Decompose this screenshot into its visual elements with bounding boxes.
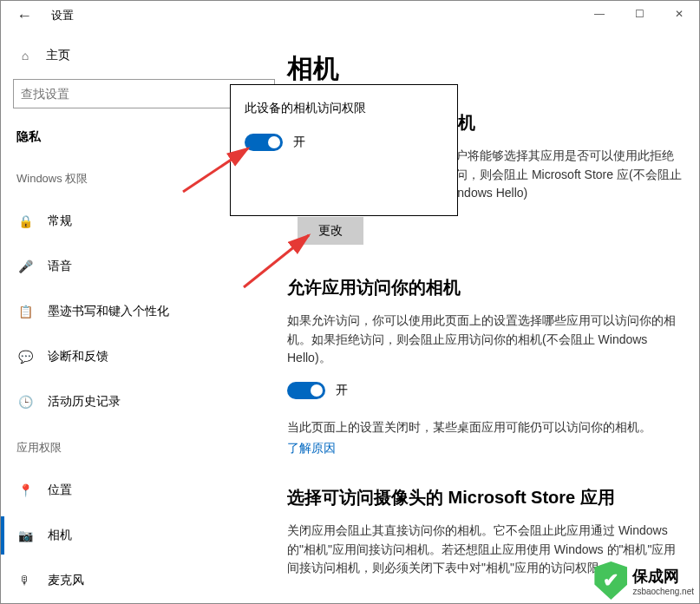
section3-title: 选择可访问摄像头的 Microsoft Store 应用 [287, 486, 684, 509]
search-input[interactable] [21, 87, 252, 101]
home-nav[interactable]: ⌂ 主页 [16, 48, 271, 63]
nav-location[interactable]: 📍 位置 [13, 471, 275, 509]
watermark: ✔ 保成网 zsbaocheng.net [594, 561, 694, 600]
device-camera-toggle-label: 开 [293, 135, 305, 150]
nav-activity-history[interactable]: 🕒 活动历史记录 [13, 383, 275, 421]
close-button[interactable]: ✕ [659, 1, 699, 27]
nav-label: 墨迹书写和键入个性化 [48, 304, 169, 319]
watermark-text: 保成网 zsbaocheng.net [632, 566, 694, 596]
nav-label: 诊断和反馈 [48, 349, 108, 364]
nav-label: 麦克风 [48, 573, 84, 588]
speech-icon: 🎤 [16, 259, 34, 273]
section2-title: 允许应用访问你的相机 [287, 276, 684, 299]
settings-window: ← 设置 — ☐ ✕ ⌂ 主页 🔍 隐私 Windows 权限 🔒 常规 [0, 0, 700, 604]
watermark-name: 保成网 [632, 566, 694, 587]
location-icon: 📍 [16, 483, 34, 497]
learn-more-link[interactable]: 了解原因 [287, 441, 684, 456]
section2-desc: 如果允许访问，你可以使用此页面上的设置选择哪些应用可以访问你的相机。如果拒绝访问… [287, 312, 684, 368]
device-camera-toggle-row: 开 [245, 134, 443, 151]
allow-apps-toggle-row: 开 [287, 382, 684, 399]
lock-icon: 🔒 [16, 214, 34, 228]
camera-access-dialog: 此设备的相机访问权限 开 [230, 84, 458, 216]
page-title: 相机 [287, 51, 684, 87]
ink-icon: 📋 [16, 305, 34, 318]
nav-inking[interactable]: 📋 墨迹书写和键入个性化 [13, 292, 275, 331]
feedback-icon: 💬 [16, 350, 34, 364]
dialog-title: 此设备的相机访问权限 [245, 101, 443, 116]
window-title: 设置 [51, 8, 74, 23]
section-app-permissions: 应用权限 [16, 440, 271, 456]
device-camera-toggle[interactable] [245, 134, 283, 151]
toggle-note: 当此页面上的设置关闭时，某些桌面应用可能仍可以访问你的相机。 [287, 418, 684, 437]
home-icon: ⌂ [16, 49, 34, 62]
nav-camera[interactable]: 📷 相机 [13, 516, 275, 555]
nav-speech[interactable]: 🎤 语音 [13, 247, 275, 286]
change-button[interactable]: 更改 [298, 217, 363, 245]
back-button[interactable]: ← [16, 7, 37, 25]
nav-diagnostics[interactable]: 💬 诊断和反馈 [13, 338, 275, 376]
nav-label: 活动历史记录 [48, 394, 121, 410]
nav-label: 相机 [48, 528, 72, 543]
nav-microphone[interactable]: 🎙 麦克风 [13, 561, 275, 600]
allow-apps-toggle-label: 开 [336, 383, 348, 398]
nav-label: 语音 [48, 259, 72, 274]
window-controls: — ☐ ✕ [579, 1, 699, 27]
watermark-url: zsbaocheng.net [632, 587, 694, 596]
minimize-button[interactable]: — [579, 1, 619, 27]
history-icon: 🕒 [16, 395, 34, 409]
camera-icon: 📷 [16, 528, 34, 542]
titlebar: ← 设置 — ☐ ✕ [1, 1, 699, 30]
watermark-shield-icon: ✔ [594, 561, 627, 600]
nav-label: 位置 [48, 483, 72, 498]
home-label: 主页 [46, 48, 70, 63]
microphone-icon: 🎙 [16, 574, 34, 588]
maximize-button[interactable]: ☐ [619, 1, 659, 27]
allow-apps-toggle[interactable] [287, 382, 325, 399]
nav-label: 常规 [48, 213, 72, 229]
